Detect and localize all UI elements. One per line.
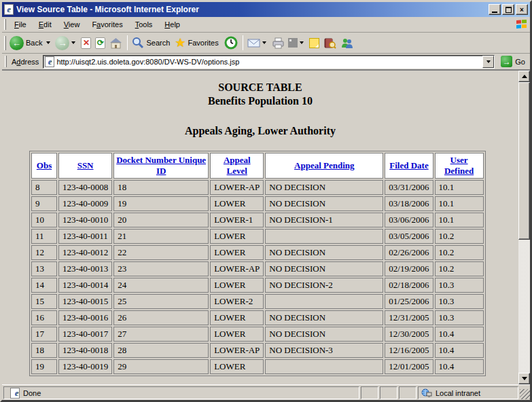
forward-dropdown-icon[interactable] (71, 41, 75, 44)
table-cell: 10.2 (435, 229, 484, 244)
column-header-link[interactable]: User Defined (444, 155, 474, 176)
table-cell: 29 (113, 359, 209, 374)
edit-button[interactable] (288, 38, 306, 48)
column-header-link[interactable]: Obs (37, 160, 52, 170)
table-cell: 02/19/2006 (385, 261, 433, 276)
scrollbar-thumb[interactable] (518, 82, 530, 240)
column-header-obs[interactable]: Obs (31, 153, 57, 179)
menu-view[interactable]: View (58, 18, 86, 31)
research-button[interactable] (321, 36, 338, 50)
table-cell: 10 (31, 213, 57, 227)
maximize-icon (506, 7, 512, 13)
discuss-button[interactable] (307, 37, 321, 50)
table-cell: 123-40-0019 (58, 359, 112, 374)
column-header-link[interactable]: Appeal Pending (294, 160, 355, 170)
menu-file[interactable]: File (8, 18, 33, 31)
history-button[interactable] (222, 35, 240, 51)
column-header-user-defined[interactable]: User Defined (435, 153, 484, 179)
table-cell: 123-40-0010 (58, 213, 112, 227)
table-cell: 22 (113, 245, 209, 260)
address-label: Address (12, 58, 39, 66)
address-grip[interactable] (5, 56, 7, 67)
table-cell: 12 (31, 245, 57, 260)
table-row: 12123-40-001222LOWERNO DECISION02/26/200… (31, 245, 484, 260)
back-dropdown-icon[interactable] (46, 41, 50, 44)
table-cell: 27 (113, 327, 209, 342)
table-cell: 10.4 (435, 327, 484, 342)
favorites-label: Favorites (188, 39, 218, 47)
scroll-up-button[interactable] (518, 71, 530, 82)
browser-window: e View Source Table - Microsoft Internet… (0, 0, 532, 402)
column-header-ssn[interactable]: SSN (58, 153, 112, 179)
page-subtitle: Appeals Aging, Lower Authority (2, 125, 518, 137)
status-pane-empty (399, 386, 416, 399)
table-cell: 18 (113, 180, 209, 195)
mail-button[interactable] (247, 39, 268, 48)
menu-edit[interactable]: Edit (33, 18, 58, 31)
column-header-filed-date[interactable]: Filed Date (385, 153, 433, 179)
mail-icon (247, 39, 260, 48)
column-header-link[interactable]: Docket Number Unique ID (116, 155, 206, 176)
menu-items: FileEditViewFavoritesToolsHelp (8, 18, 186, 31)
resize-grip[interactable] (520, 389, 530, 399)
menu-bar: FileEditViewFavoritesToolsHelp (2, 17, 530, 33)
favorites-button[interactable]: ★ Favorites (175, 37, 220, 49)
address-input[interactable]: e http://uisqt2.uis.doleta.gov:8080/DV-W… (43, 55, 495, 69)
column-header-link[interactable]: Filed Date (389, 160, 428, 170)
table-cell: 123-40-0015 (58, 294, 112, 309)
table-cell: 10.3 (435, 310, 484, 325)
column-header-link[interactable]: Appeal Level (224, 155, 251, 176)
go-button[interactable]: → Go (498, 55, 528, 68)
column-header-appeal-pending[interactable]: Appeal Pending (265, 153, 383, 179)
status-pane-empty (380, 386, 397, 399)
column-header-link[interactable]: SSN (77, 160, 94, 170)
vertical-scrollbar[interactable] (518, 71, 530, 384)
table-cell: 10.1 (435, 196, 484, 211)
go-label: Go (515, 58, 525, 66)
table-cell: 20 (113, 213, 209, 227)
search-button[interactable]: Search (132, 37, 172, 49)
close-button[interactable]: × (516, 4, 528, 15)
menu-help[interactable]: Help (158, 18, 186, 31)
print-button[interactable] (270, 36, 287, 50)
table-cell: 26 (113, 310, 209, 325)
scrollbar-track[interactable] (518, 240, 530, 373)
edit-dropdown-icon[interactable] (300, 41, 304, 44)
home-button[interactable] (107, 36, 124, 50)
address-dropdown-button[interactable] (482, 56, 494, 68)
back-label: Back (26, 39, 42, 47)
menu-favorites[interactable]: Favorites (86, 18, 128, 31)
messenger-people-icon (340, 37, 354, 49)
menu-grip[interactable] (4, 19, 6, 29)
address-url: http://uisqt2.uis.doleta.gov:8080/DV-WS-… (56, 58, 482, 66)
refresh-button[interactable]: ⟳ (93, 36, 107, 50)
page: SOURCE TABLE Benefits Population 10 Appe… (2, 71, 518, 384)
maximize-button[interactable] (502, 4, 514, 15)
column-header-appeal-level[interactable]: Appeal Level (210, 153, 264, 179)
table-row: 16123-40-001626LOWERNO DECISION12/31/200… (31, 310, 484, 325)
stop-button[interactable]: ✕ (79, 36, 93, 50)
table-cell: 12/16/2005 (385, 343, 433, 358)
search-icon (132, 37, 144, 49)
table-cell: LOWER-1 (210, 213, 264, 227)
table-cell: 23 (113, 261, 209, 276)
table-cell: NO DECISION (265, 245, 383, 260)
forward-button[interactable]: → (55, 36, 77, 50)
table-cell: LOWER (210, 310, 264, 325)
menu-tools[interactable]: Tools (129, 18, 159, 31)
messenger-button[interactable] (338, 36, 356, 50)
toolbar-grip[interactable] (4, 36, 6, 50)
minimize-button[interactable] (489, 4, 501, 15)
mail-dropdown-icon[interactable] (262, 41, 266, 44)
table-cell: NO DECISION (265, 180, 383, 195)
table-cell: 01/25/2006 (385, 294, 433, 309)
table-cell: 15 (31, 294, 57, 309)
back-button[interactable]: ← Back (10, 36, 52, 50)
table-cell: 10.4 (435, 343, 484, 358)
table-cell: LOWER (210, 359, 264, 374)
toolbar-separator (243, 35, 243, 50)
column-header-docket-number-unique-id[interactable]: Docket Number Unique ID (113, 153, 209, 179)
scroll-down-button[interactable] (518, 373, 530, 384)
table-cell: 03/06/2006 (385, 213, 433, 227)
toolbar-separator (127, 35, 128, 50)
